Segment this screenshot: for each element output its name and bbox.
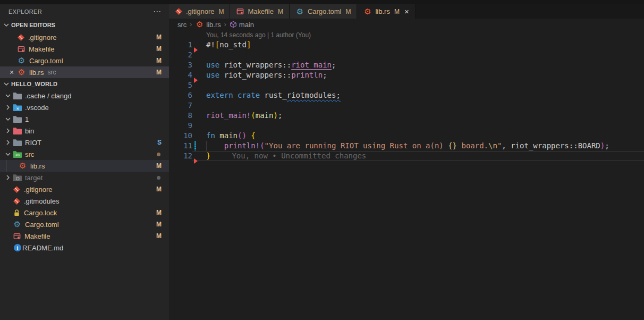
lock-icon [13,209,21,217]
breadcrumb: src›⚙lib.rs›main [169,19,644,30]
chevron-right-icon [4,138,12,147]
tab-makefile[interactable]: MakefileM [230,4,289,19]
tree-item-lib.rs[interactable]: ⚙lib.rsM [0,160,169,172]
code-token: riot_wrappers:: [224,61,291,69]
file-label: Makefile [29,45,54,53]
code-line-1[interactable]: 1#![no_std] [169,40,644,50]
open-editor-item-.gitignore[interactable]: .gitignoreM [0,31,169,43]
code-line-4[interactable]: 4use riot_wrappers::println; [169,70,644,80]
code-line-11[interactable]: 11 println!("You are running RIOT using … [169,141,644,151]
modified-dot-badge [157,153,160,156]
tab-modified-badge: M [394,8,400,15]
file-label: .vscode [25,104,49,112]
chevron-slot [2,80,11,88]
tab-modified-badge: M [218,8,224,15]
open-editor-item-makefile[interactable]: MakefileM [0,43,169,55]
makefile-icon [13,232,21,240]
code-line-9[interactable]: 9 [169,121,644,131]
line-content: #![no_std] [192,40,644,50]
svg-text:</>: </> [15,153,20,157]
code-token: no_std [219,40,247,49]
workspace-header[interactable]: HELLO_WORLD [0,78,169,90]
tree-item-.gitmodules[interactable]: .gitmodules [0,195,169,207]
tree-item-cargo.toml[interactable]: ⚙Cargo.tomlM [0,218,169,230]
git-icon [13,186,21,193]
code-token: \n [488,141,497,150]
code-token: #! [206,40,215,49]
git-status-badge: M [156,57,162,64]
explorer-header: EXPLORER ⋯ [0,4,169,19]
gear-icon: ⚙ [13,220,22,229]
tab-cargo.toml[interactable]: ⚙Cargo.tomlM [290,4,358,19]
git-icon [17,33,25,41]
more-actions-icon[interactable]: ⋯ [153,9,162,14]
tree-item-bin[interactable]: bin [0,125,169,137]
tree-item-makefile[interactable]: MakefileM [0,230,169,242]
code-token: use [206,71,224,79]
code-token: riotmodules; [287,91,341,99]
code-editor[interactable]: 1#![no_std]23use riot_wrappers::riot_mai… [169,40,644,161]
code-token: main [256,111,274,120]
breadcrumb-item-lib.rs[interactable]: ⚙lib.rs [195,20,221,29]
line-content [192,121,644,131]
tree-item-1[interactable]: 1 [0,113,169,125]
info-icon: i [14,244,21,251]
tree-item-riot[interactable]: RIOTS [0,137,169,148]
tree-item-readme.md[interactable]: iREADME.md [0,242,169,254]
code-token: { [251,131,255,140]
code-line-6[interactable]: 6extern crate rust_riotmodules; [169,90,644,100]
chevron-slot [3,173,13,182]
tree-item-cargo.lock[interactable]: Cargo.lockM [0,207,169,218]
file-label: target [25,174,43,182]
folder-icon [13,174,22,182]
code-token: ( [260,141,264,150]
open-editors-header[interactable]: OPEN EDITORS [0,19,169,31]
chevron-down-icon [4,91,12,100]
close-icon[interactable]: × [6,68,17,77]
breadcrumb-item-src[interactable]: src [177,21,187,29]
tree-item-.gitignore[interactable]: .gitignoreM [0,183,169,195]
code-line-7[interactable]: 7 [169,100,644,111]
tree-item-.cache-clangd[interactable]: .cache / clangd [0,90,169,102]
line-number: 7 [169,100,192,111]
code-token: riot_wrappers:: [224,71,291,79]
line-number: 2 [169,50,192,60]
tab-lib.rs[interactable]: ⚙lib.rsM× [357,4,415,19]
tree-item-src[interactable]: </>src [0,148,169,160]
file-label: Cargo.lock [24,209,57,217]
code-token: riot_main! [206,111,251,120]
file-label: bin [25,127,34,135]
tree-item-.vscode[interactable]: ✕.vscode [0,102,169,113]
breadcrumb-item-main[interactable]: main [230,21,254,29]
close-icon[interactable]: × [404,8,409,15]
open-editor-item-cargo.toml[interactable]: ⚙Cargo.tomlM [0,55,169,66]
line-number: 11 [169,141,192,151]
code-token: use [206,61,224,69]
file-label: lib.rs [30,162,45,170]
code-line-12[interactable]: 12}You, now • Uncommitted changes [169,151,644,161]
code-line-5[interactable]: 5 [169,80,644,90]
code-line-10[interactable]: 10fn main() { [169,131,644,141]
line-content [192,100,644,111]
blame-header: You, 14 seconds ago | 1 author (You) [169,30,644,40]
code-line-2[interactable]: 2 [169,50,644,60]
tree-item-target[interactable]: target [0,172,169,183]
code-line-3[interactable]: 3use riot_wrappers::riot_main; [169,60,644,70]
code-token [206,141,224,150]
tab-bar: .gitignoreMMakefileM⚙Cargo.tomlM⚙lib.rsM… [169,4,644,19]
code-token: ) [273,111,277,120]
chevron-slot [3,150,13,158]
open-editor-item-lib.rs[interactable]: ×⚙lib.rssrcM [0,66,169,78]
inline-blame: You, now • Uncommitted changes [232,151,366,160]
git-status-badge: M [156,33,162,41]
code-token: () [238,131,247,140]
chevron-slot [3,103,13,112]
git-status-badge: M [156,69,162,76]
code-token: {} [448,141,457,150]
git-icon [13,197,21,205]
tab-modified-badge: M [278,8,283,15]
tab-.gitignore[interactable]: .gitignoreM [169,4,230,19]
code-token: "You are running RIOT using Rust on a(n) [265,141,448,150]
git-status-badge: M [156,221,162,228]
code-line-8[interactable]: 8riot_main!(main); [169,111,644,121]
